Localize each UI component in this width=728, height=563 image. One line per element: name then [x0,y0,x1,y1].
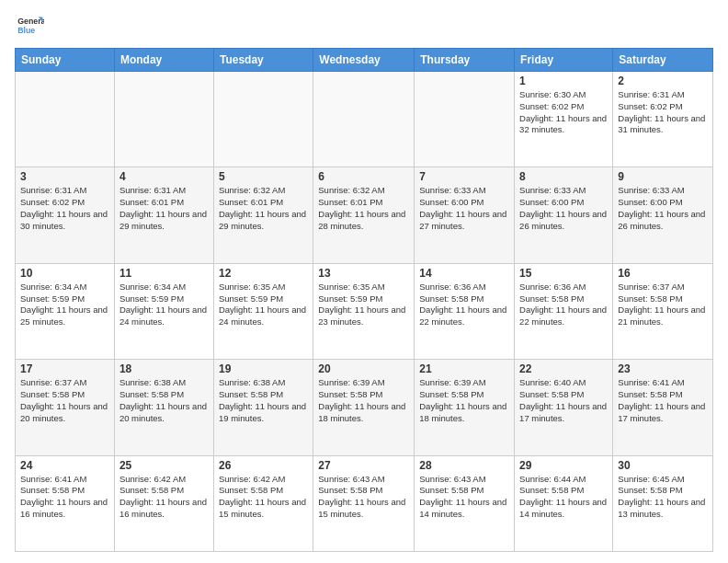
day-number: 27 [318,459,409,472]
day-info: Sunrise: 6:39 AM Sunset: 5:58 PM Dayligh… [318,377,409,424]
day-number: 22 [519,362,608,375]
day-info: Sunrise: 6:35 AM Sunset: 5:59 PM Dayligh… [318,282,409,328]
day-info: Sunrise: 6:42 AM Sunset: 5:58 PM Dayligh… [219,474,308,521]
calendar-cell: 3Sunrise: 6:31 AM Sunset: 6:02 PM Daylig… [16,167,115,263]
weekday-header-saturday: Saturday [613,49,713,72]
calendar-cell: 12Sunrise: 6:35 AM Sunset: 5:59 PM Dayli… [213,263,313,359]
day-number: 5 [219,170,308,183]
calendar-cell [313,72,415,167]
day-info: Sunrise: 6:30 AM Sunset: 6:02 PM Dayligh… [519,89,608,136]
calendar-cell: 6Sunrise: 6:32 AM Sunset: 6:01 PM Daylig… [313,167,415,263]
day-info: Sunrise: 6:37 AM Sunset: 5:58 PM Dayligh… [20,377,109,424]
day-number: 4 [119,170,209,183]
day-number: 29 [519,459,608,472]
calendar-cell: 18Sunrise: 6:38 AM Sunset: 5:58 PM Dayli… [114,360,213,455]
svg-text:Blue: Blue [17,26,35,35]
day-info: Sunrise: 6:43 AM Sunset: 5:58 PM Dayligh… [419,474,509,521]
calendar-cell [213,72,313,167]
calendar-cell: 21Sunrise: 6:39 AM Sunset: 5:58 PM Dayli… [415,360,515,455]
day-number: 7 [419,170,509,183]
day-number: 25 [119,459,209,472]
day-info: Sunrise: 6:33 AM Sunset: 6:00 PM Dayligh… [519,185,608,232]
weekday-header-thursday: Thursday [415,49,515,72]
day-info: Sunrise: 6:31 AM Sunset: 6:02 PM Dayligh… [20,185,109,232]
day-number: 20 [318,362,409,375]
day-info: Sunrise: 6:42 AM Sunset: 5:58 PM Dayligh… [119,474,209,521]
calendar-cell: 27Sunrise: 6:43 AM Sunset: 5:58 PM Dayli… [313,455,415,551]
calendar-cell: 30Sunrise: 6:45 AM Sunset: 5:58 PM Dayli… [613,455,713,551]
day-number: 19 [219,362,308,375]
day-number: 15 [519,267,608,280]
day-number: 9 [618,170,708,183]
day-number: 24 [20,459,109,472]
day-number: 13 [318,267,409,280]
logo: General Blue [15,11,48,40]
calendar-cell: 14Sunrise: 6:36 AM Sunset: 5:58 PM Dayli… [415,263,515,359]
calendar-cell: 20Sunrise: 6:39 AM Sunset: 5:58 PM Dayli… [313,360,415,455]
calendar-cell: 2Sunrise: 6:31 AM Sunset: 6:02 PM Daylig… [613,72,713,167]
calendar-cell: 24Sunrise: 6:41 AM Sunset: 5:58 PM Dayli… [16,455,115,551]
day-number: 26 [219,459,308,472]
calendar-cell: 4Sunrise: 6:31 AM Sunset: 6:01 PM Daylig… [114,167,213,263]
day-number: 30 [618,459,708,472]
day-info: Sunrise: 6:38 AM Sunset: 5:58 PM Dayligh… [219,377,308,424]
calendar-cell: 10Sunrise: 6:34 AM Sunset: 5:59 PM Dayli… [16,263,115,359]
day-info: Sunrise: 6:36 AM Sunset: 5:58 PM Dayligh… [419,282,509,328]
calendar-cell: 1Sunrise: 6:30 AM Sunset: 6:02 PM Daylig… [515,72,613,167]
day-number: 16 [618,267,708,280]
weekday-header-tuesday: Tuesday [213,49,313,72]
calendar-cell: 25Sunrise: 6:42 AM Sunset: 5:58 PM Dayli… [114,455,213,551]
day-info: Sunrise: 6:32 AM Sunset: 6:01 PM Dayligh… [318,185,409,232]
day-info: Sunrise: 6:34 AM Sunset: 5:59 PM Dayligh… [119,282,209,328]
day-info: Sunrise: 6:32 AM Sunset: 6:01 PM Dayligh… [219,185,308,232]
calendar-cell: 22Sunrise: 6:40 AM Sunset: 5:58 PM Dayli… [515,360,613,455]
day-number: 17 [20,362,109,375]
day-number: 2 [618,75,708,87]
weekday-header-monday: Monday [114,49,213,72]
day-info: Sunrise: 6:31 AM Sunset: 6:01 PM Dayligh… [119,185,209,232]
day-number: 6 [318,170,409,183]
day-info: Sunrise: 6:33 AM Sunset: 6:00 PM Dayligh… [618,185,708,232]
calendar-cell: 26Sunrise: 6:42 AM Sunset: 5:58 PM Dayli… [213,455,313,551]
calendar-cell [114,72,213,167]
day-number: 1 [519,75,608,87]
day-number: 23 [618,362,708,375]
day-number: 8 [519,170,608,183]
calendar-cell: 8Sunrise: 6:33 AM Sunset: 6:00 PM Daylig… [515,167,613,263]
calendar-cell: 17Sunrise: 6:37 AM Sunset: 5:58 PM Dayli… [16,360,115,455]
day-number: 28 [419,459,509,472]
calendar-cell: 15Sunrise: 6:36 AM Sunset: 5:58 PM Dayli… [515,263,613,359]
calendar-cell: 16Sunrise: 6:37 AM Sunset: 5:58 PM Dayli… [613,263,713,359]
weekday-header-friday: Friday [515,49,613,72]
day-info: Sunrise: 6:31 AM Sunset: 6:02 PM Dayligh… [618,89,708,136]
page-header: General Blue [15,11,713,40]
calendar-cell: 19Sunrise: 6:38 AM Sunset: 5:58 PM Dayli… [213,360,313,455]
day-info: Sunrise: 6:35 AM Sunset: 5:59 PM Dayligh… [219,282,308,328]
calendar-cell: 29Sunrise: 6:44 AM Sunset: 5:58 PM Dayli… [515,455,613,551]
day-info: Sunrise: 6:45 AM Sunset: 5:58 PM Dayligh… [618,474,708,521]
calendar-cell: 9Sunrise: 6:33 AM Sunset: 6:00 PM Daylig… [613,167,713,263]
day-info: Sunrise: 6:40 AM Sunset: 5:58 PM Dayligh… [519,377,608,424]
weekday-header-wednesday: Wednesday [313,49,415,72]
day-number: 10 [20,267,109,280]
calendar-cell: 7Sunrise: 6:33 AM Sunset: 6:00 PM Daylig… [415,167,515,263]
day-info: Sunrise: 6:39 AM Sunset: 5:58 PM Dayligh… [419,377,509,424]
day-info: Sunrise: 6:44 AM Sunset: 5:58 PM Dayligh… [519,474,608,521]
day-info: Sunrise: 6:34 AM Sunset: 5:59 PM Dayligh… [20,282,109,328]
day-info: Sunrise: 6:41 AM Sunset: 5:58 PM Dayligh… [618,377,708,424]
day-number: 11 [119,267,209,280]
calendar-cell [16,72,115,167]
day-info: Sunrise: 6:33 AM Sunset: 6:00 PM Dayligh… [419,185,509,232]
day-info: Sunrise: 6:36 AM Sunset: 5:58 PM Dayligh… [519,282,608,328]
calendar-cell: 23Sunrise: 6:41 AM Sunset: 5:58 PM Dayli… [613,360,713,455]
logo-icon: General Blue [15,11,44,40]
day-number: 21 [419,362,509,375]
day-number: 14 [419,267,509,280]
calendar-cell: 13Sunrise: 6:35 AM Sunset: 5:59 PM Dayli… [313,263,415,359]
calendar-cell: 5Sunrise: 6:32 AM Sunset: 6:01 PM Daylig… [213,167,313,263]
day-info: Sunrise: 6:43 AM Sunset: 5:58 PM Dayligh… [318,474,409,521]
calendar-cell [415,72,515,167]
day-number: 18 [119,362,209,375]
day-info: Sunrise: 6:38 AM Sunset: 5:58 PM Dayligh… [119,377,209,424]
day-number: 12 [219,267,308,280]
